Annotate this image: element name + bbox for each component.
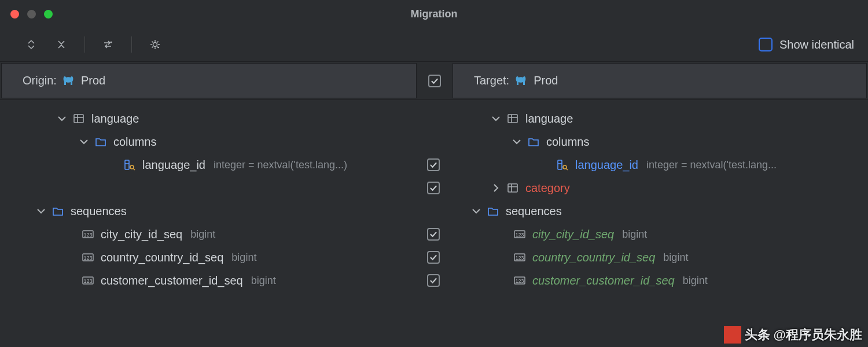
column-key-icon [556, 158, 569, 171]
folder-icon [94, 135, 108, 148]
watermark: 头条 @程序员朱永胜 [724, 326, 862, 344]
target-header[interactable]: Target: Prod [453, 63, 867, 98]
select-all-checkbox[interactable] [428, 75, 441, 87]
collapse-all-button[interactable] [53, 36, 69, 53]
origin-label: Origin: [23, 74, 57, 87]
swap-sides-button[interactable] [100, 36, 116, 53]
folder-icon [527, 135, 540, 148]
folder-icon [51, 205, 65, 217]
tree-row-columns[interactable]: columns [0, 130, 417, 153]
column-detail: integer = nextval('test.lang... [646, 159, 777, 171]
show-identical-checkbox[interactable] [759, 38, 773, 51]
table-icon [72, 112, 86, 125]
tree-row-seq1[interactable]: city_city_id_seq bigint [0, 223, 417, 246]
target-label: Target: [474, 74, 509, 87]
minimize-window-button[interactable] [27, 10, 36, 19]
row-checkbox[interactable] [427, 274, 440, 287]
tree-row-seq3[interactable]: customer_customer_id_seq bigint [0, 269, 417, 292]
row-checkbox[interactable] [427, 158, 440, 171]
tree-label: customer_customer_id_seq [101, 274, 243, 287]
target-db-name: Prod [534, 74, 558, 87]
chevron-down-icon[interactable] [510, 135, 523, 148]
chevron-down-icon[interactable] [35, 205, 47, 217]
tree-label: language [91, 112, 139, 125]
sequence-icon [513, 251, 527, 264]
sequence-icon [513, 274, 527, 287]
origin-header[interactable]: Origin: Prod [1, 63, 417, 98]
tree-label: columns [546, 135, 589, 149]
type-detail: bigint [251, 275, 276, 287]
column-key-icon [123, 158, 137, 171]
tree-label: country_country_id_seq [101, 251, 223, 264]
type-detail: bigint [683, 275, 708, 287]
show-identical-toggle[interactable]: Show identical [759, 38, 854, 51]
type-detail: bigint [663, 252, 688, 264]
column-detail: integer = nextval('test.lang...) [214, 159, 347, 171]
sequence-icon [81, 228, 95, 241]
chevron-down-icon[interactable] [470, 205, 483, 217]
table-icon [506, 112, 520, 125]
row-checkbox[interactable] [427, 228, 440, 241]
tree-row-language-id[interactable]: language_id integer = nextval('test.lang… [450, 153, 868, 176]
sequence-icon [81, 274, 95, 287]
tree-label: language [525, 112, 573, 125]
maximize-window-button[interactable] [44, 10, 53, 19]
watermark-prefix: 头条 [745, 326, 770, 344]
tree-label: country_country_id_seq [532, 251, 655, 264]
selection-column [417, 100, 450, 292]
tree-label: language_id [142, 158, 205, 172]
tree-row-language[interactable]: language [450, 107, 868, 130]
tree-row-columns[interactable]: columns [450, 130, 868, 153]
chevron-down-icon[interactable] [78, 135, 90, 148]
row-checkbox[interactable] [427, 251, 440, 264]
sequence-icon [513, 228, 527, 241]
target-tree: language columns language_id integer = n… [450, 100, 868, 292]
titlebar: Migration [0, 0, 868, 28]
tree-label: sequences [71, 205, 127, 218]
sequence-icon [81, 251, 95, 264]
window-title: Migration [411, 8, 458, 20]
separator [84, 36, 85, 53]
tree-label: city_city_id_seq [532, 228, 614, 241]
expand-all-button[interactable] [23, 36, 39, 53]
show-identical-label: Show identical [779, 38, 854, 51]
window-controls [0, 10, 53, 19]
toolbar: Show identical [0, 28, 868, 61]
type-detail: bigint [190, 228, 215, 241]
close-window-button[interactable] [10, 10, 19, 19]
type-detail: bigint [231, 252, 256, 264]
tree-label: language_id [575, 158, 638, 172]
separator [131, 36, 132, 53]
type-detail: bigint [622, 228, 647, 241]
tree-row-seq3[interactable]: customer_customer_id_seq bigint [450, 269, 868, 292]
chevron-down-icon[interactable] [56, 112, 68, 125]
tree-row-language-id[interactable]: language_id integer = nextval('test.lang… [0, 153, 417, 176]
pane-headers: Origin: Prod Target: Prod [0, 61, 868, 100]
tree-row-sequences[interactable]: sequences [450, 200, 868, 223]
tree-label: city_city_id_seq [101, 228, 182, 241]
origin-db-name: Prod [81, 74, 105, 87]
tree-row-seq2[interactable]: country_country_id_seq bigint [450, 246, 868, 269]
chevron-down-icon[interactable] [490, 112, 502, 125]
tree-label: sequences [506, 205, 562, 218]
watermark-logo-icon [724, 326, 741, 344]
tree-row-sequences[interactable]: sequences [0, 200, 417, 223]
postgres-icon [515, 75, 528, 87]
origin-tree: language columns language_id integer = n… [0, 100, 417, 292]
tree-row-category[interactable]: category [450, 176, 868, 200]
chevron-right-icon[interactable] [490, 182, 502, 194]
tree-label: customer_customer_id_seq [532, 274, 675, 287]
tree-label: category [525, 182, 570, 195]
tree-row-seq2[interactable]: country_country_id_seq bigint [0, 246, 417, 269]
watermark-text: @程序员朱永胜 [774, 326, 862, 344]
postgres-icon [62, 75, 75, 87]
tree-label: columns [113, 135, 156, 149]
table-icon [506, 182, 520, 194]
row-checkbox[interactable] [427, 182, 440, 194]
tree-row-language[interactable]: language [0, 107, 417, 130]
diff-content: language columns language_id integer = n… [0, 100, 868, 292]
settings-button[interactable] [147, 36, 163, 53]
tree-row-seq1[interactable]: city_city_id_seq bigint [450, 223, 868, 246]
tree-row-empty [0, 176, 417, 200]
folder-icon [486, 205, 500, 217]
